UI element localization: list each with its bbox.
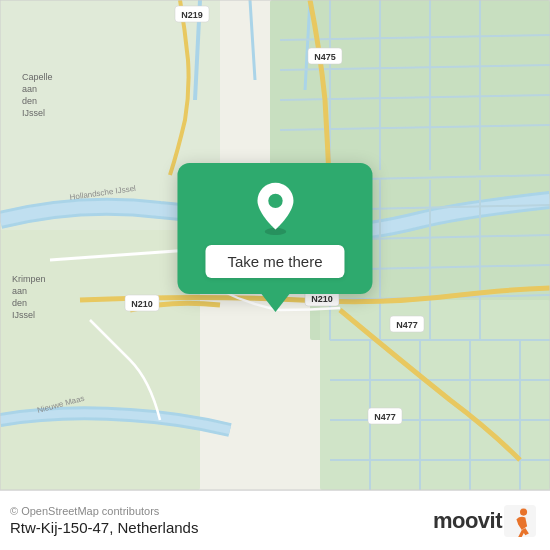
svg-text:N477: N477 xyxy=(374,412,396,422)
location-pin-icon xyxy=(248,181,302,235)
popup-tail xyxy=(261,294,289,312)
svg-point-58 xyxy=(268,194,282,208)
svg-point-60 xyxy=(520,508,527,515)
svg-text:aan: aan xyxy=(22,84,37,94)
svg-text:N477: N477 xyxy=(396,320,418,330)
take-me-there-button[interactable]: Take me there xyxy=(205,245,344,278)
footer-left: © OpenStreetMap contributors Rtw-Kij-150… xyxy=(10,505,198,536)
svg-rect-4 xyxy=(0,200,200,490)
svg-text:N219: N219 xyxy=(181,10,203,20)
svg-text:IJssel: IJssel xyxy=(12,310,35,320)
map-container: N219 N475 N210 N210 N477 N477 Capelle aa… xyxy=(0,0,550,490)
osm-attribution: © OpenStreetMap contributors xyxy=(10,505,198,517)
moovit-logo[interactable]: moovit xyxy=(433,505,536,537)
popup-box: Take me there xyxy=(177,163,372,294)
svg-text:Capelle: Capelle xyxy=(22,72,53,82)
svg-text:N210: N210 xyxy=(131,299,153,309)
svg-text:Krimpen: Krimpen xyxy=(12,274,46,284)
footer: © OpenStreetMap contributors Rtw-Kij-150… xyxy=(0,490,550,550)
svg-text:N475: N475 xyxy=(314,52,336,62)
svg-text:den: den xyxy=(12,298,27,308)
moovit-icon xyxy=(504,505,536,537)
svg-text:aan: aan xyxy=(12,286,27,296)
svg-text:IJssel: IJssel xyxy=(22,108,45,118)
location-name: Rtw-Kij-150-47, Netherlands xyxy=(10,519,198,536)
moovit-text: moovit xyxy=(433,508,502,534)
svg-text:den: den xyxy=(22,96,37,106)
location-popup: Take me there xyxy=(177,163,372,312)
svg-rect-3 xyxy=(320,300,550,490)
